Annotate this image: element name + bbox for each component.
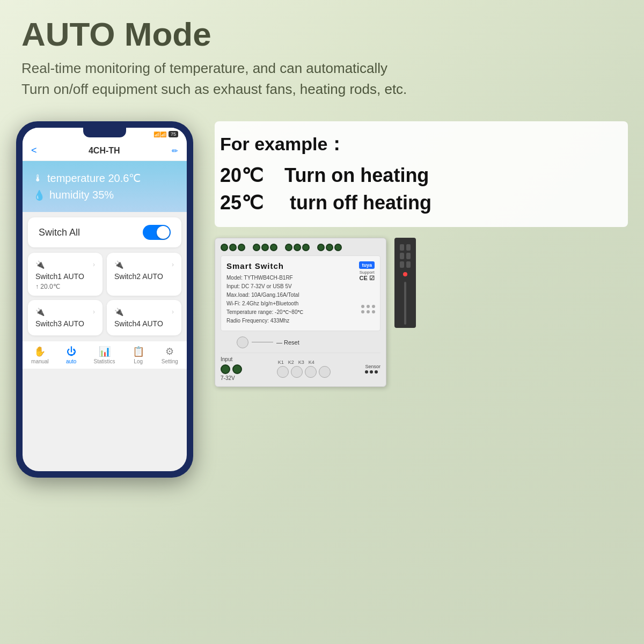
switch-card-header-4: 🔌 › xyxy=(114,308,174,316)
signal-icon: 📶📶 xyxy=(153,131,166,137)
scatter-dot-2 xyxy=(367,305,370,308)
switch-all-row: Switch All xyxy=(28,217,181,247)
action-label-2: turn off heating xyxy=(290,192,431,214)
reset-area: — Reset xyxy=(221,336,380,348)
input-connectors xyxy=(221,364,242,374)
connector-nc-2 xyxy=(253,244,260,251)
switch-name-3: Switch3 AUTO xyxy=(35,319,95,328)
switch-icon-1: 🔌 xyxy=(35,260,45,269)
spec-input: Input: DC 7-32V or USB 5V xyxy=(226,282,303,291)
k1-button[interactable] xyxy=(277,366,289,378)
tuya-logo: tuya xyxy=(359,261,375,269)
connector-com-3 xyxy=(294,244,301,251)
connector-group-3 xyxy=(285,244,310,251)
connector-group-4 xyxy=(317,244,342,251)
page-wrapper: AUTO Mode Real-time monitoring of temper… xyxy=(0,0,644,644)
right-section: For example： 20℃ Turn on heating 25℃ tur… xyxy=(215,121,628,387)
spec-model: Model: TYTHWB4CH-B1RF xyxy=(226,274,303,282)
switch-card-header-3: 🔌 › xyxy=(35,308,95,316)
main-area: 📶📶 75 < 4CH-TH ✏ 🌡 temperature 20.6℃ xyxy=(0,111,644,488)
statistics-label: Statistics xyxy=(94,358,115,364)
switch-all-label: Switch All xyxy=(39,227,80,238)
connector-nc-1 xyxy=(221,244,228,251)
example-line-2: 25℃ turn off heating xyxy=(220,189,623,216)
example-line-1: 20℃ Turn on heating xyxy=(220,162,623,189)
sensor-hole-1 xyxy=(400,244,404,251)
temp-value-1: 20℃ xyxy=(220,164,263,186)
sensor-hole-2 xyxy=(406,244,411,251)
device-container: Smart Switch Model: TYTHWB4CH-B1RF Input… xyxy=(215,238,628,387)
sensor-hole-6 xyxy=(406,261,411,268)
phone-screen: 📶📶 75 < 4CH-TH ✏ 🌡 temperature 20.6℃ xyxy=(23,128,187,471)
k1-label: K1 xyxy=(278,360,284,365)
k-labels: K1 K2 K3 K4 xyxy=(277,360,331,365)
battery-indicator: 75 xyxy=(169,131,178,137)
temperature-icon: 🌡 xyxy=(33,173,43,184)
setting-label: Setting xyxy=(162,358,178,364)
k3-label: K3 xyxy=(298,360,304,365)
log-label: Log xyxy=(134,358,143,364)
phone-outer: 📶📶 75 < 4CH-TH ✏ 🌡 temperature 20.6℃ xyxy=(16,121,193,478)
connector-nc-4 xyxy=(317,244,325,251)
connector-no-4 xyxy=(334,244,342,251)
scatter-dot-6 xyxy=(372,310,375,313)
switch-icon-2: 🔌 xyxy=(114,260,123,269)
k4-label: K4 xyxy=(309,360,314,365)
switch-card-1[interactable]: 🔌 › Switch1 AUTO ↑ 20.0℃ xyxy=(28,253,103,296)
edit-button[interactable]: ✏ xyxy=(172,147,178,155)
switch-card-header-1: 🔌 › xyxy=(35,260,95,269)
nav-item-setting[interactable]: ⚙ Setting xyxy=(162,346,178,364)
auto-label: auto xyxy=(66,358,76,364)
switch-card-4[interactable]: 🔌 › Switch4 AUTO xyxy=(107,300,181,335)
connector-no-1 xyxy=(238,244,245,251)
bottom-nav: ✋ manual ⏻ auto 📊 Statistics 📋 xyxy=(23,341,187,369)
connector-com-1 xyxy=(229,244,237,251)
example-text-block: For example： 20℃ Turn on heating 25℃ tur… xyxy=(215,121,628,227)
scatter-dots xyxy=(361,305,375,313)
k4-button[interactable] xyxy=(319,366,331,378)
support-label: Support xyxy=(359,270,375,275)
reset-label: — Reset xyxy=(276,339,299,346)
connector-com-4 xyxy=(326,244,333,251)
spec-radio: Radio Frequency: 433Mhz xyxy=(226,317,303,325)
connector-nc-3 xyxy=(285,244,292,251)
temperature-row: 🌡 temperature 20.6℃ xyxy=(33,172,176,185)
temperature-value: temperature 20.6℃ xyxy=(47,172,141,185)
phone-header: < 4CH-TH ✏ xyxy=(23,141,187,161)
switch-card-3[interactable]: 🔌 › Switch3 AUTO xyxy=(28,300,103,335)
statistics-icon: 📊 xyxy=(99,346,111,357)
auto-icon: ⏻ xyxy=(67,346,76,357)
action-label-1: Turn on heating xyxy=(284,164,429,186)
sensor-display: 🌡 temperature 20.6℃ 💧 humidity 35% xyxy=(23,161,187,212)
back-button[interactable]: < xyxy=(31,145,37,156)
toggle-knob xyxy=(157,226,170,239)
humidity-value: humidity 35% xyxy=(49,189,114,201)
switch-arrow-1: › xyxy=(93,261,95,268)
switch-arrow-2: › xyxy=(172,261,174,268)
temp-value-2: 25℃ xyxy=(220,192,263,214)
reset-button[interactable] xyxy=(237,336,248,348)
switch-grid: 🔌 › Switch1 AUTO ↑ 20.0℃ 🔌 › Switch2 xyxy=(23,253,187,335)
input-dot-2 xyxy=(232,364,242,374)
switch-all-toggle[interactable] xyxy=(143,225,171,240)
input-section: Input 7-32V xyxy=(221,356,242,381)
input-dot-1 xyxy=(221,364,230,374)
nav-item-auto[interactable]: ⏻ auto xyxy=(66,346,76,364)
nav-item-statistics[interactable]: 📊 Statistics xyxy=(94,346,115,364)
phone-container: 📶📶 75 < 4CH-TH ✏ 🌡 temperature 20.6℃ xyxy=(16,121,199,478)
switch-bottom: Input 7-32V K1 K2 K3 xyxy=(221,353,380,381)
sensor-hole-3 xyxy=(400,253,404,259)
scatter-dot-5 xyxy=(367,310,370,313)
sensor-hole-5 xyxy=(400,261,404,268)
switch-icon-4: 🔌 xyxy=(114,308,123,316)
phone-notch xyxy=(83,128,126,137)
connector-com-2 xyxy=(261,244,269,251)
k2-button[interactable] xyxy=(291,366,303,378)
switch-arrow-4: › xyxy=(172,308,174,316)
nav-item-manual[interactable]: ✋ manual xyxy=(31,346,49,364)
k3-button[interactable] xyxy=(305,366,317,378)
switch-card-2[interactable]: 🔌 › Switch2 AUTO xyxy=(107,253,181,296)
input-label: Input xyxy=(221,356,242,362)
voltage-label: 7-32V xyxy=(221,375,242,381)
nav-item-log[interactable]: 📋 Log xyxy=(133,346,144,364)
